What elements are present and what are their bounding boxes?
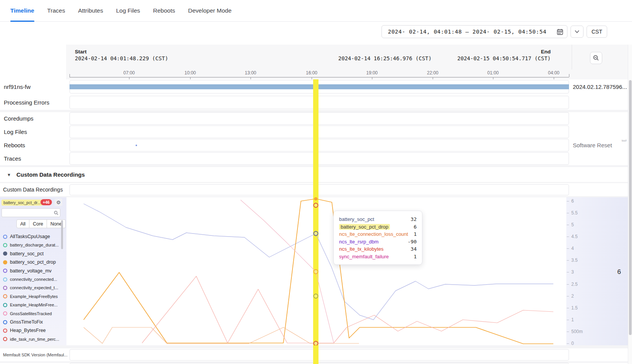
zoom-out-button[interactable]	[590, 52, 602, 64]
metric-item-battery_voltage_mv[interactable]: battery_voltage_mv	[3, 267, 52, 275]
calendar-icon[interactable]	[553, 26, 567, 38]
y-axis-tick: 5	[571, 222, 574, 227]
series-connectivity_expected	[241, 200, 334, 343]
ruler-tick: 19:00	[366, 70, 378, 76]
metric-item-heap_bytesfree[interactable]: Heap_BytesFree	[3, 326, 46, 335]
metric-color-ring	[3, 303, 7, 307]
y-axis-tick: 3.5	[571, 258, 578, 263]
filter-core-button[interactable]: Core	[29, 219, 47, 228]
tooltip-row: ncs_lte_tx_kilobytes34	[339, 245, 417, 253]
tooltip-metric-name: ncs_lte_tx_kilobytes	[339, 246, 383, 252]
tooltip-metric-value: 6	[414, 224, 417, 230]
tab-log-files[interactable]: Log Files	[116, 0, 140, 21]
tooltip-metric-value: 32	[411, 216, 417, 222]
tab-timeline[interactable]: Timeline	[10, 0, 34, 21]
chart-series	[66, 197, 566, 345]
date-presets-button[interactable]	[571, 26, 584, 38]
metric-item-idle_task_run_time_perc[interactable]: idle_task_run_time_perc...	[3, 335, 59, 343]
cdr-section-title: Custom Data Recordings	[16, 171, 85, 178]
row-track-coredumps[interactable]	[70, 112, 569, 125]
cdr-row-track[interactable]	[70, 184, 569, 195]
timezone-button[interactable]: CST	[587, 26, 607, 38]
row-track-log-files[interactable]	[70, 126, 569, 138]
metric-item-example_heapminfree[interactable]: Example_HeapMinFree...	[3, 301, 58, 309]
tooltip-metric-name: sync_memfault_failure	[339, 254, 389, 259]
cursor-data-point	[314, 294, 318, 298]
legend-scrollbar[interactable]	[61, 220, 63, 249]
tab-attributes[interactable]: Attributes	[78, 0, 103, 21]
metric-name: GnssTimeToFix	[10, 319, 43, 325]
cdr-row-label: Custom Data Recordings	[3, 183, 63, 196]
y-axis-tick: 500m	[571, 329, 583, 334]
row-label-nrf91ns-fw: nrf91ns-fw	[4, 80, 31, 93]
start-datetime: 2024-02-14 04:01:48.229 (CST)	[75, 55, 168, 61]
chart-y-axis: 65.554.543.532.521.51500m06	[566, 197, 628, 345]
end-label: End	[541, 48, 551, 55]
reboot-event-dot[interactable]	[136, 145, 137, 146]
metric-item-gnsssatellitestracked[interactable]: GnssSatellitesTracked	[3, 309, 52, 318]
sdk-version-row-track[interactable]	[70, 349, 569, 361]
y-axis-tick: 6	[571, 198, 574, 204]
firmware-version-bar[interactable]	[70, 84, 569, 89]
header-divider	[572, 45, 572, 69]
scrollbar-thumb[interactable]	[629, 80, 632, 335]
vertical-scrollbar[interactable]	[628, 45, 632, 364]
metric-name: Heap_BytesFree	[10, 328, 46, 333]
metric-item-example_heapfreebytes[interactable]: Example_HeapFreeBytes	[3, 292, 58, 301]
tab-developer-mode[interactable]: Developer Mode	[188, 0, 232, 21]
metric-name: AllTasksCpuUsage	[10, 234, 50, 239]
metric-name: GnssSatellitesTracked	[10, 311, 52, 316]
ruler-tick: 01:00	[487, 70, 499, 76]
cursor-data-point	[314, 270, 318, 274]
metric-search-input[interactable]	[2, 211, 54, 215]
metric-color-ring	[3, 269, 7, 273]
row-track-reboots[interactable]	[70, 139, 569, 151]
ruler-tick: 04:00	[548, 70, 559, 76]
row-label-log-files: Log Files	[4, 126, 27, 138]
row-label-traces: Traces	[4, 152, 21, 165]
tab-traces[interactable]: Traces	[47, 0, 65, 21]
row-track-processing-errors[interactable]	[70, 96, 569, 109]
tooltip-row: sync_memfault_failure1	[339, 253, 417, 261]
time-ruler[interactable]: 07:0010:0013:0016:0019:0022:0001:0004:00	[66, 69, 628, 79]
ruler-tick: 16:00	[306, 70, 317, 76]
metric-item-battery_soc_pct_drop[interactable]: battery_soc_pct_drop	[3, 258, 56, 266]
series-battery_soc_pct	[84, 204, 553, 320]
collapse-caret-icon[interactable]: ▼	[7, 172, 11, 177]
tab-reboots[interactable]: Reboots	[153, 0, 175, 21]
reboot-type-text: Software Reset	[573, 139, 612, 151]
metric-item-battery_soc_pct[interactable]: battery_soc_pct	[3, 250, 44, 258]
date-range-input[interactable]: 2024- 02-14, 04:01:48 – 2024- 02-15, 04:…	[381, 25, 567, 38]
ruler-tick: 10:00	[184, 70, 196, 76]
series-battery_soc_pct_drop	[84, 199, 553, 344]
end-datetime: 2024-02-15 04:50:54.717 (CST)	[457, 55, 551, 61]
tab-bar: TimelineTracesAttributesLog FilesReboots…	[0, 0, 632, 22]
cursor-data-point	[314, 203, 318, 208]
metric-name: Example_HeapFreeBytes	[10, 294, 58, 299]
tooltip-metric-value: 34	[411, 246, 417, 252]
row-track-traces[interactable]	[70, 152, 569, 165]
metric-name: connectivity_expected_t...	[10, 285, 58, 290]
metric-color-ring	[3, 329, 7, 333]
cursor-data-point	[314, 341, 318, 346]
cursor-data-point	[315, 198, 317, 200]
metric-color-ring	[3, 235, 7, 239]
metric-item-gnsstimetofix[interactable]: GnssTimeToFix	[3, 318, 43, 326]
filter-all-button[interactable]: All	[16, 219, 29, 228]
tooltip-metric-value: 1	[414, 254, 417, 259]
metric-item-connectivity_connected[interactable]: connectivity_connected...	[3, 275, 57, 283]
selected-metric-chip[interactable]: battery_soc_pct_dr...	[2, 200, 42, 206]
metric-search[interactable]	[2, 208, 60, 217]
tooltip-metric-value: -90	[408, 239, 417, 245]
search-icon	[54, 211, 58, 215]
metric-filter-segment: AllCoreNone	[16, 219, 66, 228]
tooltip-metric-name: battery_soc_pct_drop	[339, 224, 390, 230]
metric-item-battery_discharge_durat[interactable]: battery_discharge_durat...	[3, 241, 59, 249]
metric-item-alltaskscpuusage[interactable]: AllTasksCpuUsage	[3, 232, 50, 241]
firmware-version-text: 2024.02.12.787596...	[573, 80, 627, 93]
metric-color-ring	[3, 243, 7, 247]
metric-name: battery_soc_pct	[10, 251, 44, 256]
tooltip-metric-value: 1	[414, 231, 417, 237]
metric-item-connectivity_expected_t[interactable]: connectivity_expected_t...	[3, 283, 58, 292]
gear-icon[interactable]: ⚙	[55, 198, 62, 206]
